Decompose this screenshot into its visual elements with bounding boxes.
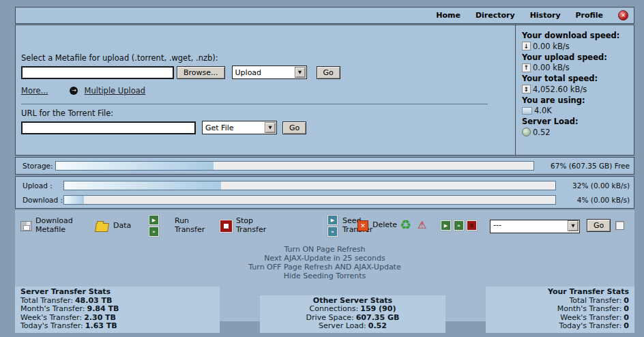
server-load-label: Server Load: [522,117,631,126]
fast-forward-icon: » [149,226,159,237]
stats-row: Server Transfer Stats Total Transfer:48.… [15,287,634,333]
recycle-button[interactable]: ♻ [400,218,411,231]
metafile-label: Select a Metafile for upload (.torrent, … [21,53,515,63]
server-load-value-row: 0.52 [522,128,631,137]
stop-icon [467,220,477,231]
play-icon: ▶ [327,215,338,225]
upload-bar-text: 32% (0.00 kB/s) [556,181,630,190]
seed-transfer-button[interactable]: ▶ » [327,215,338,237]
nav-home[interactable]: Home [436,11,460,20]
upload-progressbar [63,181,556,190]
warning-button[interactable]: ⚠ [418,220,426,231]
data-button[interactable] [96,223,108,232]
upload-section: Select a Metafile for upload (.torrent, … [15,25,634,156]
storage-progressbar [55,161,534,171]
seed-all-button[interactable]: » [454,220,464,231]
stop-icon [220,220,233,233]
total-speed-value-row: ↕ 4,052.60 kB/s [522,85,631,94]
download-speed-value-row: ↓ 0.00 kB/s [522,42,631,51]
form-divider [21,104,488,104]
more-link[interactable]: More... [21,86,48,96]
torrentflux-page: Home Directory History Profile ✕ Select … [0,0,644,337]
bulk-action-value: --- [491,220,568,229]
total-speed-label: Your total speed: [522,74,631,83]
turn-off-refresh-link[interactable]: Turn OFF Page Refresh AND AJAX-Update [15,263,634,272]
upload-action-value: Upload [233,68,295,77]
download-speed-value: 0.00 kB/s [533,42,570,51]
dropdown-arrow-icon: ▼ [295,67,306,78]
bottom-section: Download Metafile Data ▶ » Run Transfer [15,210,634,321]
multiple-upload-link[interactable]: Multiple Upload [84,86,145,96]
upload-speed-value: 0.00 kB/s [533,63,570,72]
storage-label: Storage: [23,162,55,170]
delete-x-icon: ✕ [357,220,368,231]
start-all-button[interactable]: ▶ [441,220,451,231]
stop-all-button[interactable] [467,220,477,231]
other-server-stats: Other Server Stats Connections:159 (90) … [260,295,445,333]
main-frame: Home Directory History Profile ✕ Select … [15,7,634,321]
upload-speed-label: Your upload speed: [522,53,631,62]
your-transfer-stats: Your Transfer Stats Total Transfer:0 Mon… [486,287,634,333]
upload-go-button[interactable]: Go [317,66,340,79]
multiple-upload-arrow-icon: → [70,87,78,95]
nav-directory[interactable]: Directory [475,11,515,20]
download-metafile-button-label[interactable]: Download Metafile [35,217,78,234]
upload-speed-value-row: ↑ 0.00 kB/s [522,63,631,72]
delete-button-label[interactable]: Delete [372,221,397,230]
upload-bar-label: Upload : [23,181,63,190]
download-progress-fill [64,196,84,204]
nav-history[interactable]: History [530,11,561,20]
toolbar: Download Metafile Data ▶ » Run Transfer [15,213,634,243]
hide-seeding-link[interactable]: Hide Seeding Torrents [15,272,634,280]
you-are-using-label: You are using: [522,96,631,105]
arrow-updown-icon: ↕ [522,85,531,93]
metafile-input[interactable] [21,66,174,79]
stat-line: Today's Transfer:0 [491,322,629,331]
browse-button[interactable]: Browse... [177,66,225,79]
play-icon: ▶ [441,220,451,231]
torrent-url-input[interactable] [21,121,196,134]
getfile-action-select[interactable]: Get File ▼ [202,121,277,134]
you-are-using-value-row: 4.0K [522,106,631,115]
storage-free-text: 67% (607.35 GB) Free [534,162,630,170]
delete-button[interactable]: ✕ [357,220,368,231]
bulk-go-button[interactable]: Go [587,219,611,232]
top-navbar: Home Directory History Profile ✕ [15,7,634,24]
stop-transfer-button[interactable] [220,220,233,233]
storage-progress-fill [56,162,214,170]
you-are-using-value: 4.0K [534,106,552,115]
play-icon: ▶ [149,215,159,225]
dropdown-arrow-icon: ▼ [568,220,579,231]
close-icon[interactable]: ✕ [618,10,628,20]
data-button-label[interactable]: Data [113,222,131,231]
stat-line: Today's Transfer:1.63 TB [20,322,214,331]
run-transfer-button-label[interactable]: Run Transfer [175,217,217,234]
server-load-value: 0.52 [533,128,551,137]
torrent-url-label: URL for the Torrent File: [21,108,515,118]
gauge-icon [522,128,531,136]
server-transfer-stats: Server Transfer Stats Total Transfer:48.… [15,287,220,333]
stop-transfer-button-label[interactable]: Stop Transfer [236,217,278,234]
url-go-button[interactable]: Go [282,121,306,134]
select-all-checkbox[interactable] [615,221,624,230]
download-bar-text: 4% (0.00 kB/s) [556,196,630,204]
upload-progress-fill [64,181,221,190]
speed-panel: Your download speed: ↓ 0.00 kB/s Your up… [515,25,634,155]
bulk-action-select[interactable]: --- ▼ [490,220,580,233]
recycle-icon: ♻ [400,218,411,231]
run-transfer-button[interactable]: ▶ » [149,215,159,237]
fast-forward-icon: » [454,220,464,231]
stat-line: Server Load:0.52 [265,322,440,331]
fast-forward-icon: » [327,226,338,237]
upload-action-select[interactable]: Upload ▼ [232,65,307,79]
bandwidth-box: Upload : 32% (0.00 kB/s) Download : 4% (… [15,176,634,209]
total-speed-value: 4,052.60 kB/s [533,85,587,94]
download-metafile-button[interactable] [20,221,32,231]
upload-form: Select a Metafile for upload (.torrent, … [16,25,515,155]
ajax-countdown-text: Next AJAX-Update in 25 seconds [15,254,634,263]
turn-on-refresh-link[interactable]: Turn ON Page Refresh [15,245,634,254]
nav-profile[interactable]: Profile [576,11,603,20]
getfile-action-value: Get File [203,123,265,132]
floppy-disk-icon [20,221,32,231]
download-bar-label: Download : [23,196,63,204]
